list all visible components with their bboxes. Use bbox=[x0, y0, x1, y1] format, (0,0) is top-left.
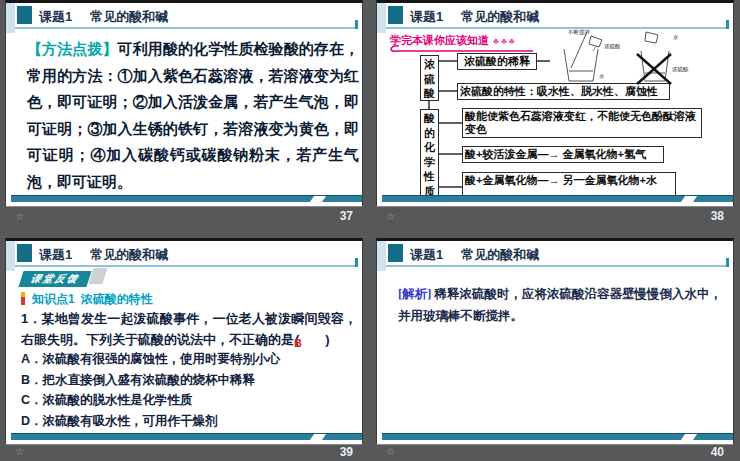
lesson-title: 常见的酸和碱 bbox=[90, 247, 168, 262]
slide-38-meta: ☆ 38 bbox=[376, 207, 734, 233]
header-left-accent bbox=[377, 241, 386, 271]
analysis-text: 稀释浓硫酸时，应将浓硫酸沿容器壁慢慢倒入水中，并用玻璃棒不断搅拌。 bbox=[398, 287, 722, 323]
label-water: 水 bbox=[599, 73, 605, 79]
answer-mark: B bbox=[294, 337, 302, 349]
slide-header-title: 课题1常见的酸和碱 bbox=[39, 246, 168, 264]
slide-40[interactable]: 课题1常见的酸和碱 [解析] 稀释浓硫酸时，应将浓硫酸沿容器壁慢慢倒入水中，并用… bbox=[376, 238, 734, 461]
option-a: A．浓硫酸有很强的腐蚀性，使用时要特别小心 bbox=[21, 353, 357, 366]
bottom-accent-bar bbox=[382, 195, 733, 202]
header-square-icon bbox=[17, 244, 32, 262]
node-acid-chemical-properties: 酸的化学性质 bbox=[420, 109, 439, 199]
star-logo-icon: ☆ bbox=[15, 446, 24, 457]
header-underline-tick bbox=[355, 20, 358, 29]
header-underline-tick bbox=[355, 258, 358, 267]
star-logo-icon: ☆ bbox=[15, 211, 24, 222]
page-number: 39 bbox=[340, 445, 353, 459]
option-c: C．浓硫酸的脱水性是化学性质 bbox=[21, 394, 357, 407]
page-number: 37 bbox=[340, 209, 353, 223]
slide-header-title: 课题1常见的酸和碱 bbox=[39, 8, 168, 26]
star-logo-icon: ☆ bbox=[386, 446, 395, 457]
slide-37[interactable]: 课题1常见的酸和碱 【方法点拨】可利用酸的化学性质检验酸的存在，常用的方法：①加… bbox=[5, 0, 363, 233]
slide-37-card[interactable]: 课题1常见的酸和碱 【方法点拨】可利用酸的化学性质检验酸的存在，常用的方法：①加… bbox=[5, 0, 363, 207]
header-underline-tick bbox=[726, 258, 729, 267]
slide-header-title: 课题1常见的酸和碱 bbox=[410, 8, 539, 26]
option-b: B．把水直接倒入盛有浓硫酸的烧杯中稀释 bbox=[21, 374, 357, 387]
header-left-accent bbox=[377, 3, 386, 33]
bottom-bar-slash bbox=[681, 196, 697, 202]
header-square-icon bbox=[17, 6, 32, 24]
lesson-number: 课题1 bbox=[410, 9, 443, 24]
classroom-feedback-badge: 课堂反馈 bbox=[21, 268, 105, 284]
option-d: D．浓硫酸有吸水性，可用作干燥剂 bbox=[21, 415, 357, 428]
label-conc-acid-2: 浓硫酸 bbox=[672, 66, 689, 73]
knowledge-point-label: 知识点1 bbox=[32, 292, 75, 306]
question-text: 1．某地曾发生一起泼硫酸事件，一位老人被泼瞬间毁容，右眼失明。下列关于硫酸的说法… bbox=[21, 308, 357, 351]
bottom-accent-bar bbox=[11, 195, 362, 202]
header-underline bbox=[15, 265, 358, 267]
method-tip-paragraph: 【方法点拨】可利用酸的化学性质检验酸的存在，常用的方法：①加入紫色石蕊溶液，若溶… bbox=[27, 36, 359, 195]
slide-39-card[interactable]: 课题1常见的酸和碱 课堂反馈 知识点1浓硫酸的特性 1．某地曾发生一起泼硫酸事件… bbox=[5, 238, 363, 445]
page-number: 38 bbox=[711, 209, 724, 223]
slide-39[interactable]: 课题1常见的酸和碱 课堂反馈 知识点1浓硫酸的特性 1．某地曾发生一起泼硫酸事件… bbox=[5, 238, 363, 461]
lesson-title: 常见的酸和碱 bbox=[461, 247, 539, 262]
lesson-number: 课题1 bbox=[39, 247, 72, 262]
node-concentrated-sulfuric-acid: 浓硫酸 bbox=[420, 55, 439, 101]
analysis-paragraph: [解析] 稀释浓硫酸时，应将浓硫酸沿容器壁慢慢倒入水中，并用玻璃棒不断搅拌。 bbox=[398, 283, 722, 327]
header-underline bbox=[15, 27, 358, 29]
header-underline-tick bbox=[726, 20, 729, 29]
knowledge-point-title: 浓硫酸的特性 bbox=[81, 292, 153, 306]
header-underline bbox=[386, 265, 729, 267]
node-litmus: 酸能使紫色石蕊溶液变红，不能使无色酚酞溶液变色 bbox=[462, 108, 702, 138]
knowledge-point-heading: 知识点1浓硫酸的特性 bbox=[21, 291, 153, 308]
lesson-number: 课题1 bbox=[410, 247, 443, 262]
label-keep-stirring: 不断搅拌 bbox=[568, 29, 591, 36]
header-left-accent bbox=[6, 241, 15, 271]
label-conc-acid: 浓硫酸 bbox=[604, 43, 621, 50]
lesson-number: 课题1 bbox=[39, 9, 72, 24]
node-dilution: 浓硫酸的稀释 bbox=[457, 53, 537, 70]
method-tip-text: 可利用酸的化学性质检验酸的存在，常用的方法：①加入紫色石蕊溶液，若溶液变为红色，… bbox=[27, 40, 359, 190]
header-square-icon bbox=[388, 6, 403, 24]
lesson-title: 常见的酸和碱 bbox=[90, 9, 168, 24]
slide-40-card[interactable]: 课题1常见的酸和碱 [解析] 稀释浓硫酸时，应将浓硫酸沿容器壁慢慢倒入水中，并用… bbox=[376, 238, 734, 445]
classroom-feedback-label: 课堂反馈 bbox=[18, 271, 91, 287]
slide-39-meta: ☆ 39 bbox=[5, 445, 363, 461]
bottom-bar-slash bbox=[310, 196, 326, 202]
page-number: 40 bbox=[711, 445, 724, 459]
bottom-accent-bar bbox=[382, 433, 733, 440]
slide-38-card[interactable]: 课题1常见的酸和碱 学完本课你应该知道♣♣♣ 浓硫 bbox=[376, 0, 734, 207]
lesson-title: 常见的酸和碱 bbox=[461, 9, 539, 24]
bottom-bar-slash bbox=[681, 434, 697, 440]
option-list: A．浓硫酸有很强的腐蚀性，使用时要特别小心 B．把水直接倒入盛有浓硫酸的烧杯中稀… bbox=[21, 353, 357, 435]
header-left-accent bbox=[6, 3, 15, 33]
bottom-bar-slash bbox=[310, 434, 326, 440]
bottom-accent-bar bbox=[11, 433, 362, 440]
star-logo-icon: ☆ bbox=[386, 211, 395, 222]
slide-grid-viewer: 课题1常见的酸和碱 【方法点拨】可利用酸的化学性质检验酸的存在，常用的方法：①加… bbox=[0, 0, 740, 461]
two-tone-bar-icon bbox=[21, 292, 25, 305]
label-water-2: 水 bbox=[673, 34, 679, 40]
slide-38[interactable]: 课题1常见的酸和碱 学完本课你应该知道♣♣♣ 浓硫 bbox=[376, 0, 734, 233]
slide-37-meta: ☆ 37 bbox=[5, 207, 363, 233]
slide-header-title: 课题1常见的酸和碱 bbox=[410, 246, 539, 264]
node-acid-plus-metal: 酸+较活泼金属―→ 金属氧化物+氢气 bbox=[462, 146, 664, 163]
slide-40-meta: ☆ 40 bbox=[376, 445, 734, 461]
header-square-icon bbox=[388, 244, 403, 262]
analysis-label: [解析] bbox=[398, 287, 431, 301]
method-tip-label: 【方法点拨】 bbox=[27, 40, 118, 57]
dilution-diagram: 不断搅拌 浓硫酸 水 水 浓硫酸 bbox=[549, 27, 689, 87]
